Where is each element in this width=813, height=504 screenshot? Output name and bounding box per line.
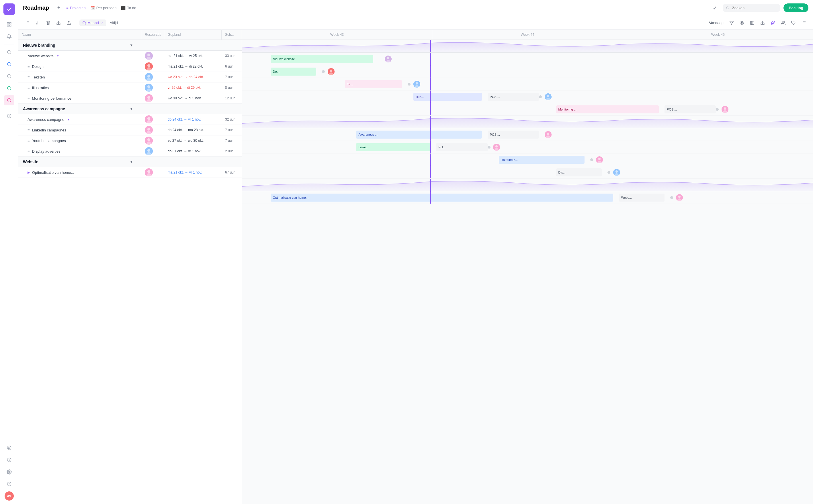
sidebar-icon-plus[interactable] (4, 111, 14, 121)
gantt-dot (322, 70, 325, 73)
subtask-icon: ≡ (27, 139, 30, 143)
svg-point-90 (547, 95, 549, 97)
gantt-bar[interactable]: Monitoring ... (556, 105, 659, 113)
user-avatar[interactable]: AV (5, 491, 14, 501)
gantt-bar[interactable]: Optimalisatie van homp... (271, 194, 613, 202)
filter-button[interactable] (727, 18, 736, 27)
sidebar-icon-help[interactable] (4, 479, 14, 489)
task-label: Nieuwe website (27, 54, 54, 58)
sidebar-icon-clock[interactable] (4, 455, 14, 465)
sidebar-icon-circle5[interactable] (4, 95, 14, 105)
gantt-dot (716, 108, 719, 111)
layers-button[interactable] (44, 18, 53, 27)
task-row[interactable]: ≡ Monitoring performance wo 30 okt. → di… (18, 93, 242, 104)
col-gepland: Gepland (164, 30, 222, 40)
svg-point-84 (330, 70, 332, 72)
gantt-bar[interactable]: Illus... (413, 93, 482, 101)
task-row[interactable]: ≡ Illustraties vr 25 okt. → di 29 okt. 8… (18, 82, 242, 93)
stack-button[interactable] (799, 18, 808, 27)
gantt-bar[interactable]: De... (271, 68, 316, 76)
app-logo[interactable] (3, 3, 15, 15)
sidebar-icon-grid[interactable] (4, 19, 14, 29)
subtask-icon: ≡ (27, 75, 30, 79)
gantt-bar[interactable]: Awareness ... (356, 131, 482, 139)
main-content: Roadmap + ≡ Projecten 📅 Per persoon ⬛ To… (18, 0, 813, 504)
task-row[interactable]: Awareness campagne ▾ do 24 okt. → vr 1 n… (18, 114, 242, 125)
gantt-bar[interactable]: Nieuwe website (271, 55, 374, 63)
gantt-task-row: Te... (242, 78, 813, 90)
gantt-bar-pos[interactable]: POS ... (488, 93, 539, 101)
gantt-bar-pos[interactable]: POS ... (665, 105, 716, 113)
sidebar-icon-compass[interactable] (4, 443, 14, 453)
sidebar-icon-settings[interactable] (4, 467, 14, 477)
tag-button[interactable] (789, 18, 798, 27)
search-input[interactable] (732, 6, 777, 10)
group-row[interactable]: Awareness campagne ▾ (18, 104, 242, 114)
export-button[interactable] (758, 18, 767, 27)
task-resources (141, 51, 164, 61)
gantt-dot (590, 158, 593, 161)
nav-projecten[interactable]: ≡ Projecten (66, 6, 86, 10)
download-button[interactable] (54, 18, 63, 27)
topbar-nav: ≡ Projecten 📅 Per persoon ⬛ To do (66, 6, 136, 10)
sidebar-icon-circle3[interactable] (4, 71, 14, 81)
nav-to-do[interactable]: ⬛ To do (121, 6, 136, 10)
task-name-cell: ≡ Illustraties (18, 83, 141, 93)
task-planned: vr 25 okt. → di 29 okt. (164, 84, 222, 91)
svg-line-33 (85, 23, 86, 24)
svg-point-57 (147, 75, 150, 78)
content-area: Naam Resources Gepland Sch... Nieuwe bra… (18, 30, 813, 504)
task-planned: ma 21 okt. → di 22 okt. (164, 63, 222, 70)
sidebar-icon-circle1[interactable] (4, 47, 14, 57)
group-chevron-icon[interactable]: ▾ (130, 107, 132, 111)
nav-per-persoon[interactable]: 📅 Per persoon (90, 6, 117, 10)
upload-button[interactable] (64, 18, 73, 27)
add-button[interactable]: + (55, 4, 63, 12)
chart-view-button[interactable] (33, 18, 42, 27)
gantt-bar[interactable]: Te... (345, 80, 402, 88)
today-line (430, 166, 431, 178)
sidebar-icon-circle4[interactable] (4, 83, 14, 93)
expand-icon[interactable]: ▾ (57, 54, 59, 58)
backlog-button[interactable]: Backlog (783, 3, 808, 12)
subtask-icon: ≡ (27, 96, 30, 101)
task-row[interactable]: ≡ Design ma 21 okt. → di 22 okt. 6 uur (18, 61, 242, 72)
gantt-bar[interactable]: Linke... (356, 143, 430, 151)
svg-marker-29 (46, 21, 50, 23)
task-row[interactable]: ≡ Linkedin campagnes do 24 okt. → ma 28 … (18, 125, 242, 135)
task-name-cell: ≡ Monitoring performance (18, 93, 141, 103)
svg-point-54 (147, 64, 150, 67)
avatar-img (145, 73, 153, 81)
gantt-bar[interactable]: Dis... (556, 168, 602, 176)
gantt-bar[interactable]: Youtube c... (499, 156, 584, 164)
expand-chevron-icon[interactable]: ▶ (27, 171, 30, 174)
fullscreen-button[interactable]: ⤢ (710, 3, 719, 13)
period-selector[interactable]: Maand (79, 19, 106, 26)
task-row[interactable]: ▶ Optimalisatie van home... ma 21 okt. →… (18, 167, 242, 178)
gantt-bar-webs[interactable]: Webs... (619, 194, 665, 202)
sidebar-icon-bell[interactable] (4, 31, 14, 42)
group-row[interactable]: Website ▾ (18, 157, 242, 167)
gantt-bar-pos[interactable]: POS ... (488, 131, 539, 139)
avatar (145, 147, 153, 155)
task-row[interactable]: ≡ Display adverties do 31 okt. → vr 1 no… (18, 146, 242, 157)
expand-icon[interactable]: ▾ (68, 118, 69, 121)
team-button[interactable] (779, 18, 788, 27)
gantt-bar-pos[interactable]: PO... (436, 143, 487, 151)
subtask-icon: ≡ (27, 64, 30, 69)
sidebar-icon-circle2[interactable] (4, 59, 14, 69)
columns-button[interactable] (748, 18, 757, 27)
list-view-button[interactable] (23, 18, 32, 27)
eye-button[interactable] (737, 18, 747, 27)
svg-point-78 (147, 170, 150, 173)
task-row[interactable]: Nieuwe website ▾ ma 21 okt. → vr 25 okt.… (18, 51, 242, 61)
task-row[interactable]: ≡ Teksten wo 23 okt. → do 24 okt. 7 uur (18, 72, 242, 82)
gantt-header: Week 43 Week 44 Week 45 (242, 30, 813, 40)
group-chevron-icon[interactable]: ▾ (130, 43, 132, 47)
group-row[interactable]: Nieuwe branding ▾ (18, 40, 242, 51)
puzzle-button[interactable] (768, 18, 777, 27)
projecten-icon: ≡ (66, 6, 68, 10)
gantt-avatar (493, 144, 500, 151)
group-chevron-icon[interactable]: ▾ (130, 160, 132, 164)
task-row[interactable]: ≡ Youtube campagnes zo 27 okt. → wo 30 o… (18, 135, 242, 146)
